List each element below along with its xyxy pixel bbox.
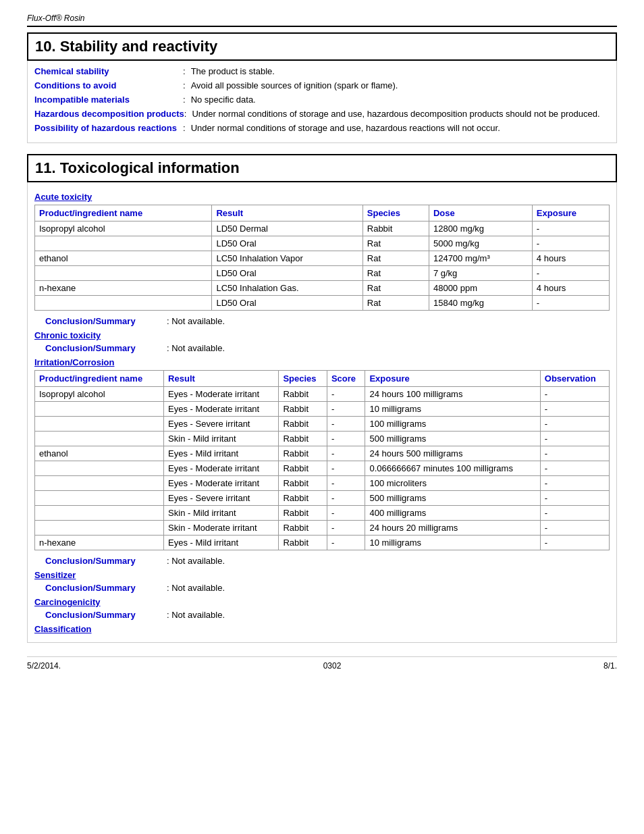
acute-toxicity-table: Product/ingredient nameResultSpeciesDose… <box>34 205 610 311</box>
table-cell: Skin - Moderate irritant <box>164 521 279 536</box>
table-cell: LC50 Inhalation Gas. <box>212 281 363 296</box>
table-cell: Eyes - Severe irritant <box>164 417 279 432</box>
table-cell: Rat <box>363 296 429 311</box>
irritation-link[interactable]: Irritation/Corrosion <box>34 357 610 367</box>
table-header: Result <box>164 371 279 387</box>
field-row: Conditions to avoid : Avoid all possible… <box>34 80 610 90</box>
carcinogenicity-link[interactable]: Carcinogenicity <box>34 597 610 607</box>
ingredient-name: Isopropyl alcohol <box>35 387 164 402</box>
field-value: The product is stable. <box>191 66 610 76</box>
sensitizer-conclusion-value: Not available. <box>171 583 225 593</box>
field-row: Possibility of hazardous reactions : Und… <box>34 123 610 133</box>
table-cell: Skin - Mild irritant <box>164 432 279 446</box>
table-cell: 4 hours <box>532 281 609 296</box>
table-cell: 100 milligrams <box>365 417 540 432</box>
carcinogenicity-conclusion-value: Not available. <box>171 610 225 620</box>
field-label: Possibility of hazardous reactions <box>34 123 183 133</box>
irritation-conclusion-label: Conclusion/Summary <box>45 556 167 566</box>
field-value: Under normal conditions of storage and u… <box>192 109 610 119</box>
table-cell: - <box>540 417 609 432</box>
ingredient-name: ethanol <box>35 251 212 266</box>
carcinogenicity-conclusion-colon: : <box>167 610 171 620</box>
table-cell: - <box>327 417 365 432</box>
irritation-conclusion-colon: : <box>167 556 171 566</box>
footer-page: 8/1. <box>603 661 617 671</box>
table-row: Isopropyl alcoholLD50 DermalRabbit12800 … <box>35 221 610 236</box>
table-cell: 4 hours <box>532 251 609 266</box>
acute-conclusion-colon: : <box>167 316 171 326</box>
field-colon: : <box>183 66 186 76</box>
table-cell: - <box>532 236 609 251</box>
table-cell: LD50 Oral <box>212 296 363 311</box>
table-cell: 500 milligrams <box>365 491 540 506</box>
section11-title: 11. Toxicological information <box>27 154 617 182</box>
table-row: LD50 OralRat5000 mg/kg- <box>35 236 610 251</box>
table-cell: Eyes - Severe irritant <box>164 491 279 506</box>
table-cell: Rabbit <box>279 491 327 506</box>
table-cell: 400 milligrams <box>365 506 540 521</box>
table-cell: Rabbit <box>279 506 327 521</box>
field-row: Chemical stability : The product is stab… <box>34 66 610 76</box>
table-cell: 0.066666667 minutes 100 milligrams <box>365 461 540 476</box>
ingredient-name <box>35 417 164 432</box>
table-row: Eyes - Moderate irritantRabbit-0.0666666… <box>35 461 610 476</box>
table-header: Observation <box>540 371 609 387</box>
ingredient-name <box>35 296 212 311</box>
table-cell: - <box>540 432 609 446</box>
table-cell: Eyes - Mild irritant <box>164 536 279 550</box>
table-cell: 48000 ppm <box>429 281 532 296</box>
field-label: Conditions to avoid <box>34 80 183 90</box>
table-cell: Eyes - Moderate irritant <box>164 387 279 402</box>
table-cell: 5000 mg/kg <box>429 236 532 251</box>
table-cell: - <box>540 446 609 461</box>
table-cell: - <box>540 402 609 417</box>
table-cell: Eyes - Moderate irritant <box>164 476 279 491</box>
ingredient-name <box>35 491 164 506</box>
table-cell: 10 milligrams <box>365 402 540 417</box>
table-row: Skin - Mild irritantRabbit-400 milligram… <box>35 506 610 521</box>
table-cell: - <box>540 521 609 536</box>
table-cell: Rabbit <box>363 221 429 236</box>
ingredient-name: ethanol <box>35 446 164 461</box>
table-cell: 24 hours 500 milligrams <box>365 446 540 461</box>
table-cell: 24 hours 100 milligrams <box>365 387 540 402</box>
acute-conclusion-label: Conclusion/Summary <box>45 316 167 326</box>
table-cell: Eyes - Moderate irritant <box>164 461 279 476</box>
ingredient-name: Isopropyl alcohol <box>35 221 212 236</box>
ingredient-name <box>35 476 164 491</box>
acute-toxicity-link[interactable]: Acute toxicity <box>34 192 610 202</box>
table-cell: - <box>540 476 609 491</box>
field-colon: : <box>184 109 187 119</box>
table-cell: LD50 Oral <box>212 236 363 251</box>
table-header: Product/ingredient name <box>35 371 164 387</box>
table-cell: - <box>327 402 365 417</box>
field-label: Incompatible materials <box>34 95 183 105</box>
table-cell: 500 milligrams <box>365 432 540 446</box>
classification-link[interactable]: Classification <box>34 624 610 634</box>
table-cell: - <box>532 221 609 236</box>
table-cell: Rabbit <box>279 476 327 491</box>
table-row: ethanolEyes - Mild irritantRabbit-24 hou… <box>35 446 610 461</box>
chronic-conclusion-colon: : <box>167 343 171 353</box>
table-header: Result <box>212 205 363 221</box>
table-cell: LC50 Inhalation Vapor <box>212 251 363 266</box>
table-cell: Skin - Mild irritant <box>164 506 279 521</box>
section11-body: Acute toxicity Product/ingredient nameRe… <box>27 182 617 643</box>
table-cell: - <box>540 536 609 550</box>
table-header: Score <box>327 371 365 387</box>
table-cell: - <box>327 432 365 446</box>
table-cell: - <box>327 536 365 550</box>
table-cell: 124700 mg/m³ <box>429 251 532 266</box>
table-row: n-hexaneEyes - Mild irritantRabbit-10 mi… <box>35 536 610 550</box>
chronic-toxicity-link[interactable]: Chronic toxicity <box>34 330 610 340</box>
acute-conclusion-value: Not available. <box>171 316 225 326</box>
field-colon: : <box>183 95 186 105</box>
sensitizer-link[interactable]: Sensitizer <box>34 570 610 580</box>
table-header: Exposure <box>365 371 540 387</box>
table-cell: - <box>327 491 365 506</box>
field-colon: : <box>183 123 186 133</box>
ingredient-name <box>35 521 164 536</box>
table-cell: Rabbit <box>279 432 327 446</box>
carcinogenicity-conclusion-row: Conclusion/Summary : Not available. <box>45 610 610 620</box>
table-row: Eyes - Moderate irritantRabbit-10 millig… <box>35 402 610 417</box>
